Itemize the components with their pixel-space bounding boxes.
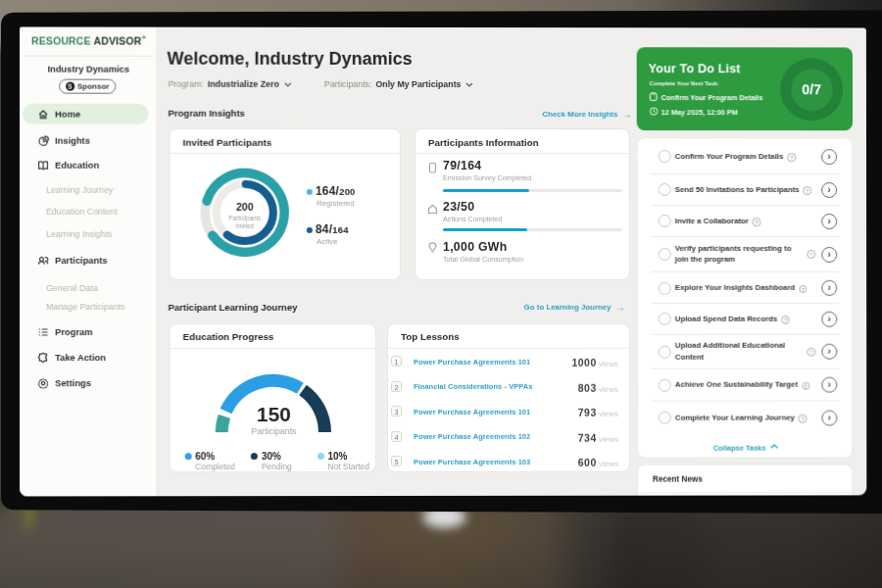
svg-text:Invited: Invited	[235, 222, 254, 229]
svg-text:200: 200	[236, 201, 254, 213]
svg-text:Participants: Participants	[228, 215, 261, 222]
